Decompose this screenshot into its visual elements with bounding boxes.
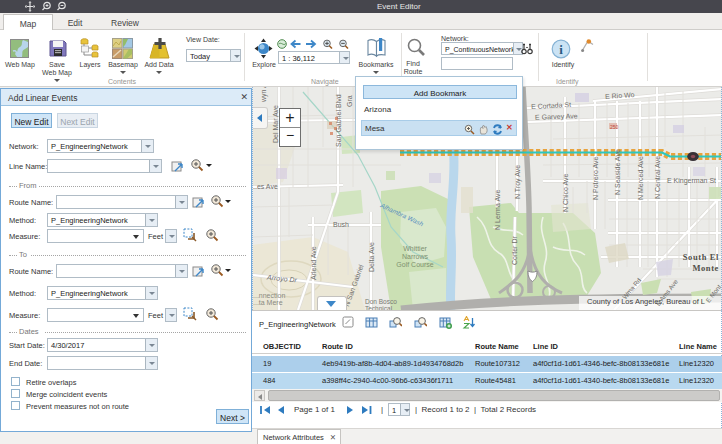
svg-text:250: 250 (610, 124, 619, 130)
svg-text:i: i (559, 42, 563, 57)
